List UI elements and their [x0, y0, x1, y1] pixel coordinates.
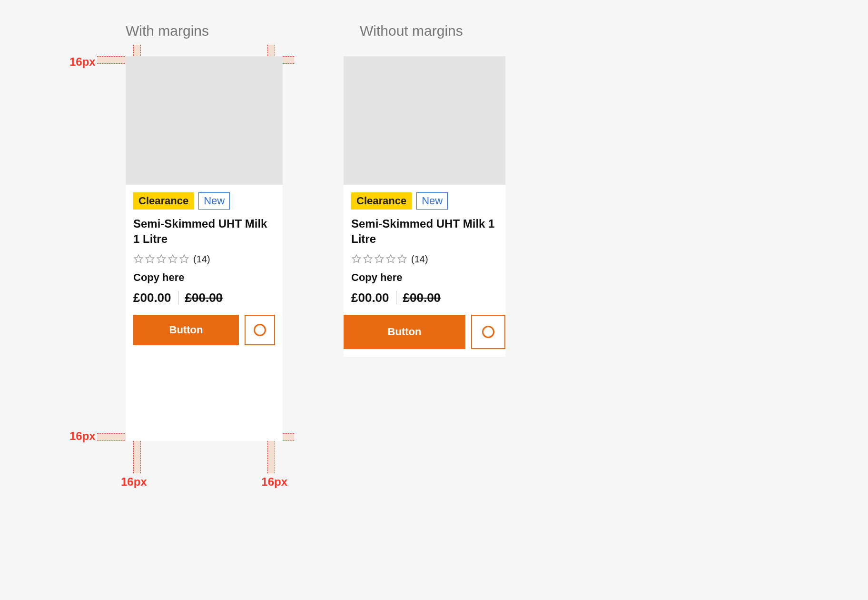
- star-icon: [133, 254, 144, 264]
- price-divider: [396, 291, 396, 304]
- product-title: Semi-Skimmed UHT Milk 1 Litre: [351, 216, 498, 247]
- badge-clearance: Clearance: [351, 192, 412, 210]
- price-old: £00.00: [185, 290, 223, 305]
- heading-with-margins: With margins: [126, 23, 209, 39]
- margin-label-right: 16px: [261, 475, 287, 489]
- product-copy: Copy here: [351, 271, 498, 284]
- rating-count: (14): [411, 254, 428, 265]
- product-card: Clearance New Semi-Skimmed UHT Milk 1 Li…: [344, 56, 505, 357]
- circle-icon: [482, 326, 494, 338]
- secondary-icon-button[interactable]: [245, 315, 275, 345]
- margin-label-left: 16px: [121, 475, 147, 489]
- star-icon: [397, 254, 407, 264]
- product-image-placeholder: [344, 56, 505, 185]
- add-button[interactable]: Button: [344, 315, 465, 349]
- star-icon: [374, 254, 385, 264]
- badge-row: Clearance New: [133, 192, 275, 210]
- rating-row: (14): [133, 254, 275, 265]
- star-icon: [168, 254, 178, 264]
- heading-without-margins: Without margins: [360, 23, 463, 39]
- product-copy: Copy here: [133, 271, 275, 284]
- star-icon: [351, 254, 362, 264]
- circle-icon: [254, 324, 266, 336]
- star-icon: [156, 254, 167, 264]
- margin-label-top: 16px: [69, 55, 96, 69]
- badge-new: New: [416, 192, 448, 210]
- star-icon: [363, 254, 373, 264]
- price-divider: [178, 291, 178, 304]
- badge-row: Clearance New: [351, 192, 498, 210]
- margin-label-bottom: 16px: [69, 430, 96, 443]
- badge-clearance: Clearance: [133, 192, 194, 210]
- product-card-body: Clearance New Semi-Skimmed UHT Milk 1 Li…: [133, 185, 275, 345]
- secondary-icon-button[interactable]: [471, 315, 505, 349]
- badge-new: New: [198, 192, 230, 210]
- add-button[interactable]: Button: [133, 315, 239, 345]
- button-row: Button: [344, 315, 505, 349]
- price-old: £00.00: [403, 290, 441, 305]
- product-card-without-margins: Clearance New Semi-Skimmed UHT Milk 1 Li…: [344, 56, 505, 357]
- product-card: Clearance New Semi-Skimmed UHT Milk 1 Li…: [126, 56, 283, 441]
- star-icon: [385, 254, 396, 264]
- rating-row: (14): [351, 254, 498, 265]
- product-card-body: Clearance New Semi-Skimmed UHT Milk 1 Li…: [344, 185, 505, 357]
- price-row: £00.00 £00.00: [133, 290, 275, 305]
- product-card-with-margins: 16px 16px 16px 16px Clearance New Semi-S…: [126, 56, 283, 441]
- product-title: Semi-Skimmed UHT Milk 1 Litre: [133, 216, 275, 247]
- rating-count: (14): [193, 254, 210, 265]
- star-icon: [145, 254, 155, 264]
- star-icon: [179, 254, 189, 264]
- price-current: £00.00: [133, 290, 171, 305]
- price-row: £00.00 £00.00: [351, 290, 498, 305]
- price-current: £00.00: [351, 290, 389, 305]
- button-row: Button: [133, 315, 275, 345]
- product-image-placeholder: [126, 56, 283, 185]
